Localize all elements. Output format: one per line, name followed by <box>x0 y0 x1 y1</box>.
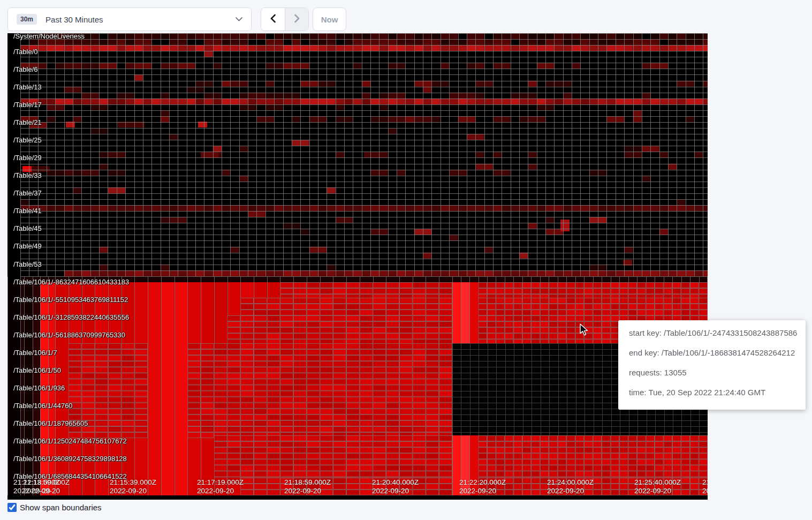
prev-button[interactable] <box>261 8 285 31</box>
duration-badge: 30m <box>17 14 37 25</box>
chevron-right-icon <box>293 14 301 25</box>
tooltip-time: time: Tue, 20 Sep 2022 21:24:40 GMT <box>629 388 795 397</box>
tooltip-start-key: start key: /Table/106/1/-247433150824388… <box>629 329 795 337</box>
time-range-dropdown[interactable]: 30m Past 30 Minutes <box>7 7 252 31</box>
key-visualizer: /System/NodeLiveness/Table/0/Table/6/Tab… <box>7 33 708 500</box>
key-visualizer-page: 30m Past 30 Minutes Now /System/NodeLive… <box>0 0 812 520</box>
duration-label: Past 30 Minutes <box>45 15 236 24</box>
tooltip-requests: requests: 13055 <box>629 368 795 377</box>
chevron-down-icon <box>236 17 242 21</box>
hover-tooltip: start key: /Table/106/1/-247433150824388… <box>618 320 806 410</box>
footer: Show span boundaries <box>7 503 102 512</box>
tooltip-end-key: end key: /Table/106/1/-18683814745282642… <box>629 349 795 357</box>
span-boundaries-checkbox[interactable] <box>7 503 17 512</box>
chevron-left-icon <box>269 14 277 25</box>
span-boundaries-label: Show span boundaries <box>20 503 102 512</box>
next-button[interactable] <box>285 8 308 31</box>
now-button[interactable]: Now <box>313 7 346 31</box>
time-nav-group <box>261 7 309 31</box>
keyspace-heatmap[interactable] <box>7 33 708 500</box>
